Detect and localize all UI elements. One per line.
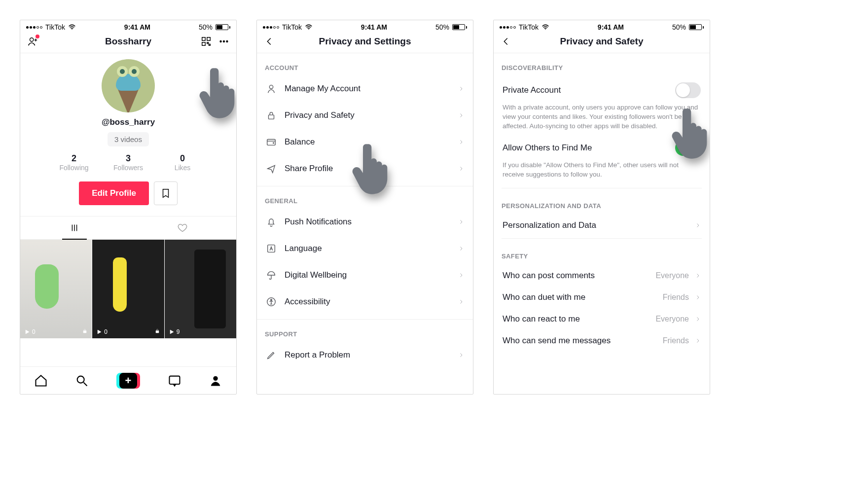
row-value: Everyone <box>655 315 689 324</box>
section-header-personalization: PERSONALIZATION AND DATA <box>494 191 710 214</box>
carrier-label: TikTok <box>519 23 539 31</box>
status-bar: TikTok 9:41 AM 50% <box>20 20 236 33</box>
video-thumb[interactable]: 9 <box>165 240 236 338</box>
row-label: Personalization and Data <box>503 220 596 230</box>
tab-liked[interactable] <box>128 216 236 239</box>
avatar[interactable] <box>102 59 155 112</box>
battery-icon <box>452 24 467 30</box>
row-label: Language <box>285 244 322 253</box>
row-share-profile[interactable]: Share Profile <box>257 155 473 182</box>
bookmark-icon <box>160 188 171 199</box>
qr-icon[interactable] <box>201 36 212 47</box>
section-header-safety: SAFETY <box>494 242 710 264</box>
privacy-safety-screen: TikTok 9:41 AM 50% Privacy and Safety DI… <box>493 20 710 395</box>
row-label: Who can react to me <box>503 314 580 324</box>
tab-videos[interactable] <box>20 216 128 239</box>
battery-icon <box>216 24 230 30</box>
row-digital-wellbeing[interactable]: Digital Wellbeing <box>257 262 473 288</box>
person-icon <box>266 83 277 94</box>
chevron-right-icon <box>458 84 464 93</box>
row-balance[interactable]: Balance <box>257 129 473 155</box>
stat-label: Following <box>47 164 101 172</box>
back-button[interactable] <box>501 36 511 47</box>
add-friend-icon[interactable] <box>27 36 38 47</box>
signal-dots-icon <box>26 26 42 29</box>
private-account-desc: With a private account, only users you a… <box>494 103 710 137</box>
umbrella-icon <box>266 270 277 281</box>
row-label: Report a Problem <box>285 350 350 360</box>
battery-label: 50% <box>672 23 686 31</box>
settings-navbar: Privacy and Settings <box>257 33 473 53</box>
row-personalization[interactable]: Personalization and Data <box>494 214 710 235</box>
row-push-notifications[interactable]: Push Notifications <box>257 209 473 235</box>
chevron-right-icon <box>458 271 464 280</box>
language-icon <box>266 243 277 254</box>
back-button[interactable] <box>264 36 275 47</box>
wallet-icon <box>266 137 277 147</box>
carrier-label: TikTok <box>282 23 302 31</box>
lock-icon <box>154 328 160 335</box>
row-who-duet[interactable]: Who can duet with me Friends <box>494 286 710 307</box>
tab-create[interactable]: + <box>116 373 140 389</box>
stat-following[interactable]: 2 Following <box>47 153 101 172</box>
wifi-icon <box>68 24 76 32</box>
play-count: 9 <box>177 328 180 335</box>
allow-find-desc: If you disable "Allow Others to Find Me"… <box>494 161 710 185</box>
row-who-comments[interactable]: Who can post comments Everyone <box>494 264 710 286</box>
chevron-right-icon <box>458 111 464 120</box>
row-label: Share Profile <box>285 164 333 174</box>
tab-search[interactable] <box>75 374 89 388</box>
row-who-message[interactable]: Who can send me messages Friends <box>494 329 710 351</box>
stat-num: 2 <box>47 153 101 164</box>
row-label: Who can send me messages <box>503 336 611 346</box>
row-value: Friends <box>663 293 689 302</box>
page-title: Bossharry <box>57 36 200 47</box>
clock-label: 9:41 AM <box>124 23 150 31</box>
chevron-right-icon <box>695 293 701 302</box>
play-count: 0 <box>32 328 36 335</box>
chevron-right-icon <box>458 244 464 253</box>
stat-likes[interactable]: 0 Likes <box>155 153 210 172</box>
profile-screen: TikTok 9:41 AM 50% Bossharry <box>20 20 237 395</box>
pencil-icon <box>266 350 277 360</box>
edit-profile-button[interactable]: Edit Profile <box>79 181 149 205</box>
video-count-chip[interactable]: 3 videos <box>108 132 149 146</box>
chevron-right-icon <box>695 315 701 324</box>
section-header-support: SUPPORT <box>257 320 473 342</box>
row-allow-find: Allow Others to Find Me <box>494 137 710 161</box>
stat-label: Likes <box>155 164 210 172</box>
row-accessibility[interactable]: Accessibility <box>257 288 473 315</box>
row-label: Privacy and Safety <box>285 110 355 120</box>
toggle-allow-find[interactable] <box>675 140 701 156</box>
row-manage-account[interactable]: Manage My Account <box>257 75 473 102</box>
row-label: Who can duet with me <box>503 292 585 302</box>
tab-inbox[interactable] <box>168 374 181 388</box>
row-label: Who can post comments <box>503 271 595 281</box>
toggle-private-account[interactable] <box>675 82 701 98</box>
tab-profile[interactable] <box>209 374 222 388</box>
row-privacy-safety[interactable]: Privacy and Safety <box>257 102 473 129</box>
bookmarks-button[interactable] <box>154 181 178 205</box>
video-thumb[interactable]: 0 <box>92 240 164 338</box>
stat-num: 3 <box>101 153 155 164</box>
chevron-right-icon <box>458 217 464 226</box>
privacy-navbar: Privacy and Safety <box>494 33 710 53</box>
accessibility-icon <box>266 296 277 307</box>
status-bar: TikTok 9:41 AM 50% <box>494 20 710 33</box>
row-who-react[interactable]: Who can react to me Everyone <box>494 307 710 329</box>
lock-icon <box>266 110 277 121</box>
signal-dots-icon <box>500 26 516 29</box>
stat-followers[interactable]: 3 Followers <box>101 153 155 172</box>
chevron-right-icon <box>458 351 464 360</box>
tab-home[interactable] <box>34 374 48 388</box>
bell-icon <box>266 216 277 227</box>
row-report-problem[interactable]: Report a Problem <box>257 342 473 368</box>
chevron-right-icon <box>458 164 464 173</box>
more-icon[interactable] <box>218 36 229 47</box>
clock-label: 9:41 AM <box>361 23 387 31</box>
video-thumb[interactable]: 0 <box>20 240 92 338</box>
row-language[interactable]: Language <box>257 235 473 262</box>
heart-lock-icon <box>177 222 188 233</box>
bottom-tabbar: + <box>20 366 236 394</box>
page-title: Privacy and Settings <box>293 36 436 47</box>
